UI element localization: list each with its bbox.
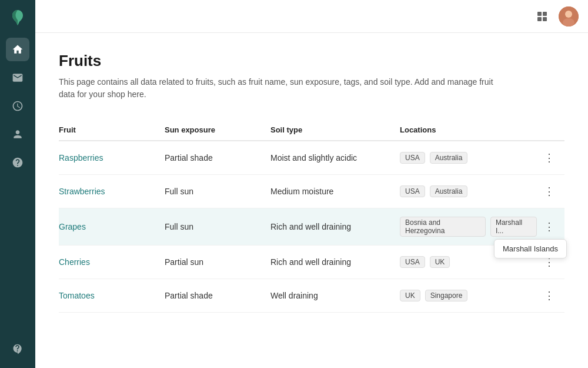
svg-point-1 [565,11,572,18]
sidebar-item-support[interactable] [6,337,29,361]
grid-view-button[interactable] [533,7,552,26]
table-row: Raspberries Partial shade Moist and slig… [59,141,564,175]
fruit-cell: Strawberries [59,175,165,208]
locations-cell: USA Australia ⋮ [400,175,564,208]
location-tag-truncated: Marshall I... [490,217,537,237]
main-area: Fruits This page contains all data relat… [35,0,588,368]
location-tag: UK [400,290,420,301]
sun-cell: Full sun [165,208,270,246]
fruit-cell: Grapes [59,208,165,246]
sun-cell: Partial sun [165,246,270,279]
locations-cell: Bosnia and Herzegovina Marshall I... Mar… [400,208,564,246]
location-tag: UK [430,256,450,268]
fruit-cell: Cherries [59,246,165,279]
table-row: Cherries Partial sun Rich and well drain… [59,246,564,279]
topbar [35,0,588,33]
location-tag: Singapore [425,290,468,301]
fruits-table: Fruit Sun exposure Soil type Locations R… [59,120,564,313]
sun-cell: Partial shade [165,141,270,175]
sidebar [0,0,35,368]
location-tag: USA [400,152,425,164]
table-header-row: Fruit Sun exposure Soil type Locations [59,120,564,141]
locations-cell: UK Singapore ⋮ [400,279,564,313]
fruit-cell: Raspberries [59,141,165,175]
sidebar-item-home[interactable] [6,38,29,61]
sidebar-item-help[interactable] [6,151,29,174]
col-header-fruit: Fruit [59,120,165,141]
table-row: Grapes Full sun Rich and well draining B… [59,208,564,246]
sun-cell: Full sun [165,175,270,208]
soil-cell: Medium moisture [270,175,400,208]
logo [7,7,28,28]
sidebar-item-person[interactable] [6,122,29,146]
location-tag: Australia [430,152,468,164]
col-header-sun: Sun exposure [165,120,270,141]
fruit-link-raspberries[interactable]: Raspberries [59,153,103,163]
col-header-locations: Locations [400,120,564,141]
table-row: Strawberries Full sun Medium moisture US… [59,175,564,208]
sidebar-item-clock[interactable] [6,94,29,118]
soil-cell: Well draining [270,279,400,313]
page-description: This page contains all data related to f… [59,76,506,101]
sun-cell: Partial shade [165,279,270,313]
location-tag: Australia [430,185,468,197]
soil-cell: Rich and well draining [270,208,400,246]
soil-cell: Moist and slightly acidic [270,141,400,175]
sidebar-item-mail[interactable] [6,66,29,89]
table-row: Tomatoes Partial shade Well draining UK … [59,279,564,313]
fruit-cell: Tomatoes [59,279,165,313]
fruit-link-grapes[interactable]: Grapes [59,222,86,231]
row-more-menu-grapes[interactable]: ⋮ [542,218,557,235]
row-more-menu-raspberries[interactable]: ⋮ [541,150,557,166]
col-header-soil: Soil type [270,120,400,141]
location-tag: Bosnia and Herzegovina [400,217,486,237]
avatar[interactable] [559,6,579,26]
row-more-menu-tomatoes[interactable]: ⋮ [541,287,557,304]
content: Fruits This page contains all data relat… [35,33,588,368]
page-title: Fruits [59,52,564,70]
marshall-islands-tooltip: Marshall Islands [494,239,567,258]
row-more-menu-strawberries[interactable]: ⋮ [541,183,557,200]
soil-cell: Rich and well draining [270,246,400,279]
fruit-link-tomatoes[interactable]: Tomatoes [59,291,95,300]
grid-icon [537,12,547,21]
location-tag: USA [400,256,425,268]
fruit-link-cherries[interactable]: Cherries [59,257,90,267]
fruit-link-strawberries[interactable]: Strawberries [59,187,105,196]
locations-cell: USA Australia ⋮ [400,141,564,175]
location-tag: USA [400,185,425,197]
svg-point-2 [563,18,574,26]
